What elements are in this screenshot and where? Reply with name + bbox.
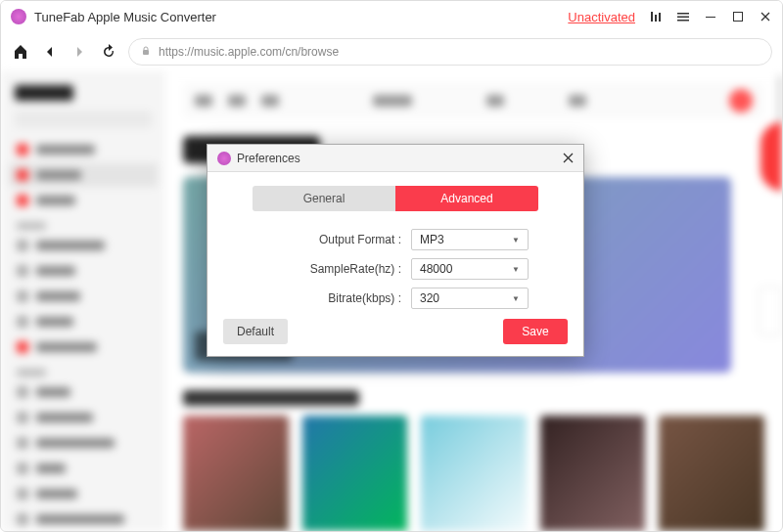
preferences-dialog: Preferences General Advanced Output Form… [207, 144, 584, 357]
maximize-icon[interactable] [731, 10, 745, 23]
chevron-down-icon: ▼ [512, 294, 520, 303]
toolbar: https://music.apple.com/cn/browse [1, 32, 782, 71]
tab-advanced[interactable]: Advanced [395, 186, 538, 211]
dialog-header: Preferences [207, 145, 583, 172]
row-bitrate: Bitrate(kbps) : 320 ▼ [223, 288, 568, 309]
sidebar [1, 71, 165, 531]
svg-rect-5 [677, 20, 689, 22]
svg-rect-3 [677, 13, 689, 15]
svg-rect-2 [659, 13, 661, 22]
label-sample-rate: SampleRate(hz) : [310, 262, 401, 276]
back-button[interactable] [40, 42, 60, 62]
select-sample-rate[interactable]: 48000 ▼ [411, 258, 529, 280]
dialog-body: General Advanced Output Format : MP3 ▼ S… [207, 172, 583, 356]
select-sample-rate-value: 48000 [420, 262, 452, 276]
tabs: General Advanced [253, 186, 538, 211]
reload-button[interactable] [99, 42, 118, 62]
dialog-footer: Default Save [223, 319, 568, 344]
svg-rect-4 [677, 17, 689, 19]
lock-icon [141, 46, 151, 58]
select-bitrate[interactable]: 320 ▼ [411, 288, 529, 309]
label-bitrate: Bitrate(kbps) : [328, 291, 401, 305]
chevron-down-icon: ▼ [512, 236, 520, 244]
label-output-format: Output Format : [319, 233, 401, 246]
tab-general[interactable]: General [253, 186, 395, 211]
forward-button[interactable] [69, 42, 89, 62]
dialog-app-icon [217, 152, 231, 165]
menu-icon[interactable] [676, 10, 690, 23]
dialog-close-button[interactable] [563, 151, 574, 166]
row-output-format: Output Format : MP3 ▼ [223, 229, 568, 250]
select-output-format[interactable]: MP3 ▼ [411, 229, 529, 250]
equalizer-icon[interactable] [649, 10, 663, 23]
titlebar-right: Unactivated [568, 10, 772, 24]
unactivated-link[interactable]: Unactivated [568, 10, 635, 24]
titlebar-left: TuneFab Apple Music Converter [11, 9, 216, 24]
select-bitrate-value: 320 [420, 291, 439, 305]
app-title: TuneFab Apple Music Converter [34, 10, 216, 24]
svg-rect-7 [734, 13, 743, 22]
save-button[interactable]: Save [503, 319, 568, 344]
select-output-format-value: MP3 [420, 233, 444, 246]
default-button[interactable]: Default [223, 319, 288, 344]
dialog-title: Preferences [237, 152, 300, 165]
minimize-icon[interactable] [704, 10, 717, 23]
app-icon [11, 9, 26, 24]
svg-rect-10 [143, 50, 149, 55]
titlebar: TuneFab Apple Music Converter Unactivate… [1, 1, 782, 32]
url-bar[interactable]: https://music.apple.com/cn/browse [128, 38, 772, 66]
close-icon[interactable] [759, 10, 772, 23]
svg-rect-0 [651, 12, 653, 22]
chevron-down-icon: ▼ [512, 265, 520, 274]
svg-rect-6 [706, 17, 715, 18]
row-sample-rate: SampleRate(hz) : 48000 ▼ [223, 258, 568, 280]
svg-rect-1 [655, 15, 657, 22]
url-text: https://music.apple.com/cn/browse [159, 45, 339, 59]
home-button[interactable] [11, 42, 30, 62]
